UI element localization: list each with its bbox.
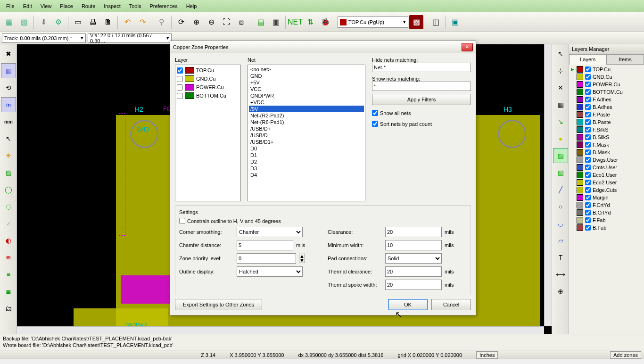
layer-row[interactable]: GND.Cu — [570, 73, 643, 81]
zoom-in-icon[interactable]: ⊕ — [189, 15, 203, 29]
board-settings-icon[interactable]: ⚙ — [51, 15, 66, 29]
layer-visible-checkbox[interactable] — [585, 149, 591, 155]
cursor-shape-icon[interactable]: ↖ — [1, 131, 16, 146]
net-row[interactable]: /9V — [249, 106, 364, 112]
draw-polygon-icon[interactable]: ▱ — [553, 233, 568, 248]
layer-visible-checkbox[interactable] — [585, 142, 591, 148]
layer-row[interactable]: Dwgs.User — [570, 156, 643, 164]
highlight-net-icon[interactable]: ⊹ — [553, 63, 568, 78]
zoom-fit-icon[interactable]: ⛶ — [219, 15, 233, 29]
layer-row[interactable]: B.CrtYd — [570, 209, 643, 216]
net-row[interactable]: D0 — [249, 145, 364, 152]
apply-filters-button[interactable]: Apply Filters — [372, 94, 471, 105]
pcb-icon[interactable]: ▧ — [17, 15, 31, 29]
refresh-icon[interactable]: ⟳ — [174, 15, 188, 29]
layer-visible-checkbox[interactable] — [585, 217, 591, 223]
page-settings-icon[interactable]: ▭ — [71, 15, 85, 29]
close-icon[interactable]: ✕ — [462, 43, 473, 51]
layer-visible-checkbox[interactable] — [585, 104, 591, 110]
tab-layers[interactable]: Layers — [569, 54, 607, 65]
ratsnest-icon[interactable]: ✳ — [1, 148, 16, 163]
layer-visible-checkbox[interactable] — [585, 225, 591, 231]
layer-visible-checkbox[interactable] — [585, 210, 591, 215]
net-row[interactable]: Net-(R2-Pad2) — [249, 112, 364, 119]
add-dimension-icon[interactable]: ⟷ — [553, 267, 568, 282]
layer-row[interactable]: F.CrtYd — [570, 201, 643, 209]
fill-zones-icon[interactable]: ▨ — [1, 165, 16, 180]
canvas-scrollbar-vertical[interactable] — [544, 44, 552, 326]
thermal-clearance-input[interactable] — [385, 266, 442, 277]
layer-visible-checkbox[interactable] — [585, 157, 591, 163]
show-all-nets-checkbox[interactable] — [372, 110, 378, 116]
status-mode[interactable]: Add zones — [610, 351, 641, 359]
zone-layer-checkbox[interactable] — [177, 84, 183, 91]
add-keepout-icon[interactable]: ▧ — [553, 165, 568, 180]
layer-visible-checkbox[interactable] — [585, 112, 591, 117]
layer-visible-checkbox[interactable] — [585, 127, 591, 132]
zone-layer-row[interactable]: POWER.Cu — [176, 83, 239, 91]
zone-net-list[interactable]: <no net>GND+5VVCCGNDPWR+VDC/9VNet-(R2-Pa… — [248, 65, 365, 201]
layer-visible-checkbox[interactable] — [585, 195, 591, 200]
zone-layer-list[interactable]: TOP.CuGND.CuPOWER.CuBOTTOM.Cu — [175, 65, 241, 201]
board-setup-icon[interactable]: ▦ — [2, 15, 16, 29]
route-track-icon[interactable]: ↘ — [553, 114, 568, 129]
zone-layer-row[interactable]: GND.Cu — [176, 74, 239, 83]
netlist-icon[interactable]: NET — [288, 15, 302, 29]
export-settings-button[interactable]: Export Settings to Other Zones — [175, 299, 262, 310]
add-footprint-icon[interactable]: ▦ — [553, 97, 568, 112]
zone-layer-row[interactable]: TOP.Cu — [176, 66, 239, 74]
layer-row[interactable]: B.Paste — [570, 118, 643, 126]
menu-route[interactable]: Route — [78, 1, 99, 11]
via-fill-icon[interactable]: ≋ — [1, 250, 16, 265]
hide-nets-input[interactable] — [372, 63, 471, 72]
layers-list[interactable]: ▶TOP.CuGND.CuPOWER.CuBOTTOM.CuF.AdhesB.A… — [569, 65, 644, 334]
layer-row[interactable]: F.Fab — [570, 216, 643, 224]
layer-row[interactable]: Margin — [570, 194, 643, 201]
3d-viewer-icon[interactable]: ◫ — [429, 15, 443, 29]
canvas-scrollbar-horizontal[interactable] — [17, 326, 544, 334]
layer-row[interactable]: BOTTOM.Cu — [570, 88, 643, 96]
min-width-input[interactable] — [385, 240, 442, 250]
track-width-select[interactable]: Track: 8.00 mils (0.203 mm) *▾ — [2, 33, 86, 43]
menu-view[interactable]: View — [37, 1, 56, 11]
footprint-icon[interactable]: ▤ — [254, 15, 268, 29]
net-row[interactable]: +VDC — [249, 99, 364, 106]
zone-priority-input[interactable] — [237, 253, 296, 264]
layer-row[interactable]: Eco1.User — [570, 171, 643, 179]
layer-visible-checkbox[interactable] — [585, 74, 591, 80]
zone-layer-checkbox[interactable] — [177, 67, 183, 74]
layer-row[interactable]: Edge.Cuts — [570, 186, 643, 194]
net-row[interactable]: /USB/D+ — [249, 125, 364, 132]
layer-row[interactable]: F.Adhes — [570, 96, 643, 103]
layer-row[interactable]: B.Fab — [570, 224, 643, 232]
select-icon[interactable]: ↖ — [553, 46, 568, 61]
layer-row[interactable]: B.Adhes — [570, 103, 643, 111]
layer-visible-checkbox[interactable] — [585, 172, 591, 178]
thermal-spoke-input[interactable] — [385, 280, 442, 290]
draw-circle-icon[interactable]: ○ — [553, 199, 568, 214]
add-via-icon[interactable]: ● — [553, 131, 568, 146]
zoom-selection-icon[interactable]: ⧈ — [234, 15, 248, 29]
tab-items[interactable]: Items — [607, 54, 644, 65]
net-row[interactable]: +5V — [249, 79, 364, 86]
script-icon[interactable]: ▣ — [448, 15, 462, 29]
layer-visible-checkbox[interactable] — [585, 89, 591, 95]
draw-arc-icon[interactable]: ◡ — [553, 216, 568, 231]
via-outline-icon[interactable]: ◌ — [1, 199, 16, 214]
net-row[interactable]: D4 — [249, 172, 364, 178]
net-row[interactable]: D3 — [249, 165, 364, 172]
net-row[interactable]: GND — [249, 73, 364, 79]
zone-layer-row[interactable]: BOTTOM.Cu — [176, 91, 239, 100]
layer-visible-checkbox[interactable] — [585, 119, 591, 125]
zoom-out-icon[interactable]: ⊖ — [204, 15, 218, 29]
constrain-outline-checkbox[interactable] — [179, 218, 185, 224]
net-row[interactable]: /USB/D1+ — [249, 139, 364, 145]
zone-layer-checkbox[interactable] — [177, 93, 183, 99]
render-icon[interactable]: ▩ — [409, 15, 423, 29]
menu-help[interactable]: Help — [182, 1, 201, 11]
contrast-icon[interactable]: ◐ — [1, 233, 16, 248]
local-ratsnest-icon[interactable]: ✕ — [553, 80, 568, 95]
pad-connections-select[interactable]: Solid — [385, 253, 442, 264]
menu-tools[interactable]: Tools — [125, 1, 145, 11]
grid-icon[interactable]: ▦ — [1, 63, 16, 78]
